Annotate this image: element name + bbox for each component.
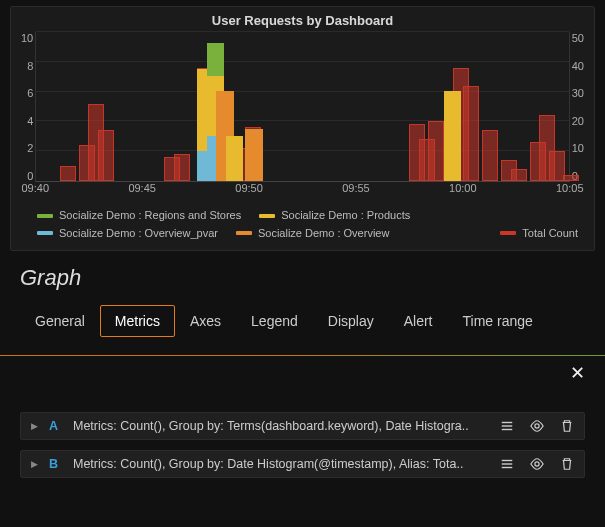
query-summary: Metrics: Count(), Group by: Terms(dashbo… <box>73 419 490 433</box>
tab-axes[interactable]: Axes <box>175 305 236 337</box>
legend-label: Socialize Demo : Regions and Stores <box>59 207 241 225</box>
ytick-left: 6 <box>27 87 33 99</box>
tab-alert[interactable]: Alert <box>389 305 448 337</box>
tab-legend[interactable]: Legend <box>236 305 313 337</box>
xtick: 09:55 <box>342 182 370 194</box>
x-axis: 09:4009:4509:5009:5510:0010:05 <box>35 182 570 198</box>
bar-stacked[interactable] <box>444 91 462 181</box>
bar-total-count[interactable] <box>60 166 76 181</box>
chevron-right-icon[interactable]: ▶ <box>31 459 39 469</box>
bar-stacked[interactable] <box>245 129 263 182</box>
legend-swatch-icon <box>500 231 516 235</box>
xtick: 10:00 <box>449 182 477 194</box>
eye-icon[interactable] <box>530 419 544 433</box>
legend-item[interactable]: Socialize Demo : Overview_pvar <box>37 225 218 243</box>
query-letter: A <box>49 419 63 433</box>
legend-item[interactable]: Socialize Demo : Overview <box>236 225 389 243</box>
bar-segment <box>207 43 225 76</box>
tab-display[interactable]: Display <box>313 305 389 337</box>
bar-segment <box>245 129 263 182</box>
ytick-left: 8 <box>27 60 33 72</box>
legend-item[interactable]: Total Count <box>500 225 578 243</box>
xtick: 09:45 <box>128 182 156 194</box>
trash-icon[interactable] <box>560 457 574 471</box>
query-list: ▶ A Metrics: Count(), Group by: Terms(da… <box>0 384 605 478</box>
ytick-left: 10 <box>21 32 33 44</box>
trash-icon[interactable] <box>560 419 574 433</box>
bar-segment <box>226 136 244 181</box>
bar-total-count[interactable] <box>482 130 498 181</box>
chart-panel: User Requests by Dashboard 10 8 6 4 2 0 … <box>10 6 595 251</box>
bar-total-count[interactable] <box>511 169 527 181</box>
query-summary: Metrics: Count(), Group by: Date Histogr… <box>73 457 490 471</box>
bar-segment <box>444 91 462 181</box>
close-icon[interactable]: ✕ <box>0 356 605 384</box>
chevron-right-icon[interactable]: ▶ <box>31 421 39 431</box>
bar-stacked[interactable] <box>226 136 244 181</box>
ytick-right: 20 <box>572 115 584 127</box>
ytick-right: 30 <box>572 87 584 99</box>
eye-icon[interactable] <box>530 457 544 471</box>
legend-label: Socialize Demo : Products <box>281 207 410 225</box>
plot-area[interactable] <box>35 32 570 182</box>
bar-total-count[interactable] <box>463 86 479 181</box>
ytick-left: 0 <box>27 170 33 182</box>
legend-label: Socialize Demo : Overview_pvar <box>59 225 218 243</box>
legend-label: Socialize Demo : Overview <box>258 225 389 243</box>
legend-swatch-icon <box>236 231 252 235</box>
ytick-left: 2 <box>27 142 33 154</box>
ytick-left: 4 <box>27 115 33 127</box>
legend-item[interactable]: Socialize Demo : Regions and Stores <box>37 207 241 225</box>
svg-point-7 <box>535 462 539 466</box>
tab-bar: General Metrics Axes Legend Display Aler… <box>20 305 585 337</box>
bar-total-count[interactable] <box>428 121 444 181</box>
y-axis-left: 10 8 6 4 2 0 <box>19 32 35 182</box>
query-row[interactable]: ▶ A Metrics: Count(), Group by: Terms(da… <box>20 412 585 440</box>
query-row[interactable]: ▶ B Metrics: Count(), Group by: Date His… <box>20 450 585 478</box>
bar-total-count[interactable] <box>98 130 114 181</box>
tab-general[interactable]: General <box>20 305 100 337</box>
menu-icon[interactable] <box>500 457 514 471</box>
svg-point-3 <box>535 424 539 428</box>
tab-time-range[interactable]: Time range <box>447 305 547 337</box>
xtick: 10:05 <box>556 182 584 194</box>
legend-swatch-icon <box>37 214 53 218</box>
bar-total-count[interactable] <box>174 154 190 181</box>
query-letter: B <box>49 457 63 471</box>
panel-title: Graph <box>20 265 585 291</box>
legend-swatch-icon <box>37 231 53 235</box>
xtick: 09:50 <box>235 182 263 194</box>
bar-total-count[interactable] <box>563 175 579 181</box>
ytick-right: 10 <box>572 142 584 154</box>
menu-icon[interactable] <box>500 419 514 433</box>
ytick-right: 50 <box>572 32 584 44</box>
tab-metrics[interactable]: Metrics <box>100 305 175 337</box>
legend-label: Total Count <box>522 225 578 243</box>
legend-item[interactable]: Socialize Demo : Products <box>259 207 410 225</box>
divider <box>0 355 605 356</box>
chart-stage: 10 8 6 4 2 0 09:4009:4509:5009:5510:0010… <box>19 32 586 202</box>
graph-editor: Graph General Metrics Axes Legend Displa… <box>0 251 605 337</box>
chart-title: User Requests by Dashboard <box>19 11 586 32</box>
ytick-right: 40 <box>572 60 584 72</box>
legend-swatch-icon <box>259 214 275 218</box>
xtick: 09:40 <box>21 182 49 194</box>
y-axis-right: 50 40 30 20 10 0 <box>570 32 586 182</box>
chart-legend: Socialize Demo : Regions and Stores Soci… <box>19 207 586 242</box>
